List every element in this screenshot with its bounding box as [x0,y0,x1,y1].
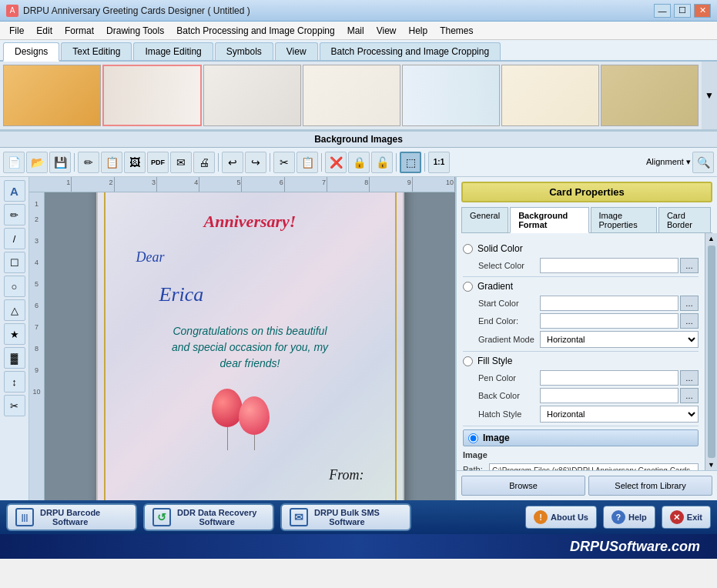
props-tab-border[interactable]: Card Border [658,207,711,232]
tb-print[interactable]: 🖨 [193,152,215,173]
start-color-box[interactable] [540,296,678,311]
tb-print-preview[interactable]: 🖼 [124,152,146,173]
start-color-btn[interactable]: … [680,296,699,311]
tb-redo[interactable]: ↪ [245,152,266,173]
tb-zoom[interactable]: 1:1 [428,152,450,173]
back-color-btn[interactable]: … [680,388,699,403]
gradient-radio[interactable] [463,282,473,292]
select-color-box[interactable] [540,258,678,273]
tb-cut[interactable]: ✂ [273,152,295,173]
main-area: A ✏ / ☐ ○ △ ★ ▓ ↕ ✂ 1 2 3 4 5 6 7 8 9 10 [0,177,717,500]
tb-undo[interactable]: ↩ [222,152,243,173]
tool-rectangle[interactable]: ☐ [4,252,25,273]
tb-unlock[interactable]: 🔓 [371,152,393,173]
bg-thumb-7[interactable] [601,65,699,126]
tool-crop[interactable]: ✂ [4,395,25,416]
barcode-software-btn[interactable]: ||| DRPU BarcodeSoftware [6,503,137,531]
bg-thumb-2[interactable] [102,65,202,126]
ruler-v-4: 4 [29,259,44,266]
help-btn[interactable]: ? Help [603,506,655,529]
tb-copy[interactable]: 📋 [101,152,122,173]
minimize-button[interactable]: — [654,4,671,18]
start-color-label: Start Color [478,299,540,308]
fill-style-radio[interactable] [463,356,473,366]
tab-text-editing[interactable]: Text Editing [61,42,132,60]
tool-fill[interactable]: ▓ [4,347,25,369]
bg-thumb-4[interactable] [303,65,400,126]
tool-resize[interactable]: ↕ [4,371,25,393]
menu-mail[interactable]: Mail [341,24,370,38]
scroll-up[interactable]: ▲ [708,235,715,242]
ddr-software-btn[interactable]: ↺ DDR Data RecoverySoftware [143,503,274,531]
tab-batch[interactable]: Batch Processing and Image Cropping [320,42,501,60]
tool-triangle[interactable]: △ [4,299,25,321]
tb-edit[interactable]: ✏ [78,152,99,173]
menu-drawing-tools[interactable]: Drawing Tools [100,24,170,38]
tab-image-editing[interactable]: Image Editing [133,42,213,60]
tb-email[interactable]: ✉ [170,152,192,173]
tab-symbols[interactable]: Symbols [215,42,273,60]
tab-designs[interactable]: Designs [3,42,59,62]
props-tab-background[interactable]: Background Format [510,207,588,233]
menu-format[interactable]: Format [59,24,100,38]
menu-themes[interactable]: Themes [434,24,479,38]
bg-thumb-6[interactable] [501,65,599,126]
scroll-thumb[interactable] [708,246,715,458]
pen-color-box[interactable] [540,370,678,386]
tb-paste[interactable]: 📋 [297,152,318,173]
card-from: From: [329,467,364,483]
props-tab-general[interactable]: General [461,207,508,232]
select-color-btn[interactable]: … [680,258,699,273]
ruler-tick-8: 8 [327,177,370,192]
tb-open[interactable]: 📂 [26,152,48,173]
tb-select[interactable]: ⬚ [400,152,421,173]
props-tab-image[interactable]: Image Properties [591,207,657,232]
ruler-left: 1 2 3 4 5 6 7 8 9 10 [29,192,45,500]
menu-view[interactable]: View [370,24,403,38]
menu-batch[interactable]: Batch Processing and Image Cropping [170,24,340,38]
tb-zoom-in[interactable]: 🔍 [692,152,714,173]
tb-delete[interactable]: ❌ [325,152,347,173]
tool-pencil[interactable]: ✏ [4,204,25,226]
ruler-v-6: 6 [29,302,44,309]
back-color-box[interactable] [540,388,678,403]
browse-button[interactable]: Browse [461,476,585,496]
image-radio[interactable] [468,433,478,443]
tab-view[interactable]: View [275,42,318,60]
bg-thumb-3[interactable] [203,65,301,126]
tb-new[interactable]: 📄 [3,152,25,173]
close-button[interactable]: ✕ [694,4,711,18]
select-from-library-button[interactable]: Select from Library [588,476,712,496]
menu-edit[interactable]: Edit [30,24,59,38]
card-recipient-name: Erica [159,283,204,306]
menu-bar: File Edit Format Drawing Tools Batch Pro… [0,22,717,40]
scroll-down[interactable]: ▼ [708,461,715,469]
greeting-card[interactable]: Happy Wedding Anniversary! Dear Erica Co… [96,192,404,500]
hatch-style-select[interactable]: Horizontal [540,406,699,423]
tool-star[interactable]: ★ [4,323,25,345]
gradient-mode-select[interactable]: Horizontal [540,331,699,348]
tool-text[interactable]: A [4,180,25,202]
tool-ellipse[interactable]: ○ [4,276,25,297]
props-scrollbar[interactable]: ▲ ▼ [705,233,717,470]
pen-color-btn[interactable]: … [680,370,699,386]
tb-save[interactable]: 💾 [49,152,71,173]
tool-line[interactable]: / [4,228,25,249]
end-color-box[interactable] [540,313,678,329]
bg-strip-scroll[interactable]: ▼ [702,62,717,129]
menu-file[interactable]: File [3,24,30,38]
exit-btn[interactable]: ✕ Exit [662,506,711,529]
end-color-btn[interactable]: … [680,313,699,329]
about-us-btn[interactable]: ! About Us [525,506,597,529]
bg-thumb-5[interactable] [402,65,500,126]
menu-help[interactable]: Help [402,24,434,38]
card-msg-line2: and special occasion for you, my [172,339,328,356]
bg-thumb-1[interactable] [3,65,101,126]
solid-color-radio[interactable] [463,244,473,254]
balloon-1 [212,389,243,427]
maximize-button[interactable]: ☐ [674,4,691,18]
bulk-sms-btn[interactable]: ✉ DRPU Bulk SMSSoftware [280,503,411,531]
canvas-content[interactable]: Happy Wedding Anniversary! Dear Erica Co… [45,192,455,500]
tb-lock[interactable]: 🔒 [348,152,370,173]
tb-pdf[interactable]: PDF [147,152,169,173]
